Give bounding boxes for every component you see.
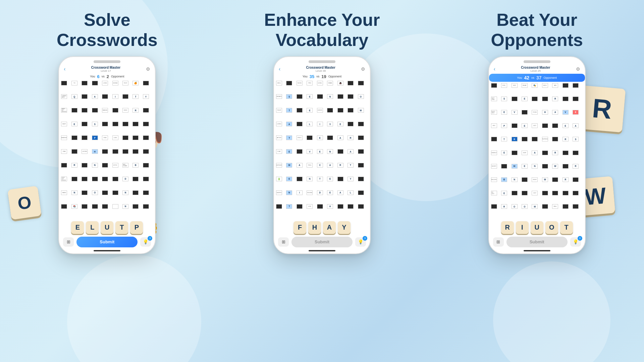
- cell: [132, 204, 139, 209]
- cell: [337, 94, 343, 99]
- cell: [112, 122, 118, 126]
- cell: E: [573, 110, 579, 115]
- cell: R: [71, 163, 77, 168]
- phone-header-2: ‹ Crossword Master Level 39 ⚙: [274, 64, 370, 73]
- cell: [132, 149, 139, 154]
- score-bar-2: You 35 vs 19 Opponent: [274, 73, 370, 80]
- cell: W: [552, 164, 558, 169]
- cell: TIGHT: [276, 108, 282, 113]
- cell: [358, 163, 364, 168]
- cell: [143, 190, 149, 195]
- cell: A: [573, 123, 579, 128]
- app-name-2: Crossword Master: [280, 66, 361, 69]
- submit-btn-1[interactable]: Submit: [76, 237, 138, 247]
- cell: M: [358, 108, 364, 113]
- cell: [82, 108, 88, 113]
- cell: ROUND: [307, 190, 313, 195]
- tile-E-1[interactable]: E: [71, 221, 84, 234]
- cell: CENTS: [317, 108, 323, 113]
- cell: [82, 81, 88, 85]
- tile-R-3[interactable]: R: [501, 221, 514, 234]
- tile-O-3[interactable]: O: [545, 221, 558, 234]
- cell: [501, 164, 507, 169]
- cell: [102, 94, 108, 99]
- tile-A-2[interactable]: A: [323, 221, 336, 234]
- cell: [82, 177, 88, 181]
- cell: O: [522, 204, 528, 209]
- tile-U-3[interactable]: U: [531, 221, 543, 234]
- cell: S: [92, 122, 98, 126]
- home-bar-2: [309, 250, 335, 251]
- cell: S: [501, 97, 507, 101]
- tile-Y-2[interactable]: Y: [338, 221, 351, 234]
- grid-icon-3[interactable]: ⊞: [493, 237, 504, 247]
- cell: EAST: [61, 122, 67, 126]
- cell: [552, 177, 558, 182]
- cell: [102, 177, 108, 181]
- cell: H: [92, 149, 98, 154]
- cell: [143, 135, 149, 140]
- hint-icon-1[interactable]: 💡 3: [140, 237, 151, 247]
- cell: [143, 204, 149, 209]
- phone-footer-1: ⊞ Submit 💡 3: [59, 235, 155, 249]
- cell: [71, 177, 77, 181]
- cell: [92, 204, 98, 209]
- grid-icon-2[interactable]: ⊞: [278, 237, 289, 247]
- tile-U-1[interactable]: U: [101, 221, 113, 234]
- cell: 🔋: [276, 177, 282, 181]
- phone-header-1: ‹ Crossword Master Level 17 ⚙: [59, 64, 155, 73]
- cell: [122, 122, 128, 126]
- score-label-opp-1: Opponent: [111, 75, 124, 78]
- cell: N: [307, 177, 313, 181]
- cell: AFTER: [276, 135, 282, 140]
- cell: RUPEES: [542, 137, 548, 141]
- cell: E: [307, 108, 313, 113]
- tile-T-1[interactable]: T: [115, 221, 128, 234]
- cell: HOT: [532, 123, 538, 128]
- cell: [491, 137, 497, 141]
- hint-icon-3[interactable]: 💡 3: [570, 237, 581, 247]
- hint-icon-2[interactable]: 💡 3: [355, 237, 366, 247]
- cell: S: [573, 137, 579, 141]
- cell: O: [358, 94, 364, 99]
- cell: PALL: [552, 204, 558, 209]
- tile-I-3[interactable]: I: [516, 221, 529, 234]
- cell: [347, 108, 354, 113]
- gear-btn-1[interactable]: ⚙: [146, 66, 150, 72]
- cell: [61, 163, 67, 168]
- cell: [512, 150, 518, 155]
- cell: [82, 135, 88, 140]
- cell: [102, 122, 108, 126]
- score-num-you-1: 6: [97, 74, 99, 79]
- cell: D: [317, 190, 323, 195]
- cell: SHORT: [491, 164, 497, 169]
- cell: A: [92, 94, 98, 99]
- phone-notch-2: [309, 60, 335, 63]
- feature-col-3: Beat YourOpponents ‹ Crossword Master Le…: [430, 7, 644, 254]
- cell: M: [286, 163, 292, 168]
- tile-H-2[interactable]: H: [308, 221, 321, 234]
- cell: [532, 137, 538, 141]
- tile-L-1[interactable]: L: [86, 221, 99, 234]
- cell: V: [562, 110, 569, 115]
- grid-3: FOR_ VER WHAT 🎭 DECL MIN NOT ONE S E: [489, 82, 585, 219]
- tile-P-1[interactable]: P: [130, 221, 143, 234]
- cell: [92, 177, 98, 181]
- feature-title-2: Enhance YourVocabulary: [264, 10, 380, 50]
- cell: V: [307, 149, 313, 154]
- cell: OUT OF DOOR: [61, 177, 67, 181]
- cell: [512, 97, 518, 101]
- cell: [358, 190, 364, 195]
- cell: TEST: [122, 81, 128, 85]
- tile-T-3[interactable]: T: [560, 221, 573, 234]
- grid-icon-1[interactable]: ⊞: [63, 237, 74, 247]
- gear-btn-2[interactable]: ⚙: [361, 66, 365, 72]
- phone-title-1: Crossword Master Level 17: [66, 66, 146, 72]
- cell: [347, 204, 354, 209]
- tile-F-2[interactable]: F: [293, 221, 306, 234]
- main-container: O R W 🐶 👍 🍒 SolveCrosswords ‹ Crossword …: [0, 0, 644, 362]
- cell: PROT: [297, 135, 303, 140]
- gear-btn-3[interactable]: ⚙: [576, 66, 580, 72]
- cell: E: [522, 123, 528, 128]
- phone-title-2: Crossword Master Level 39: [280, 66, 361, 72]
